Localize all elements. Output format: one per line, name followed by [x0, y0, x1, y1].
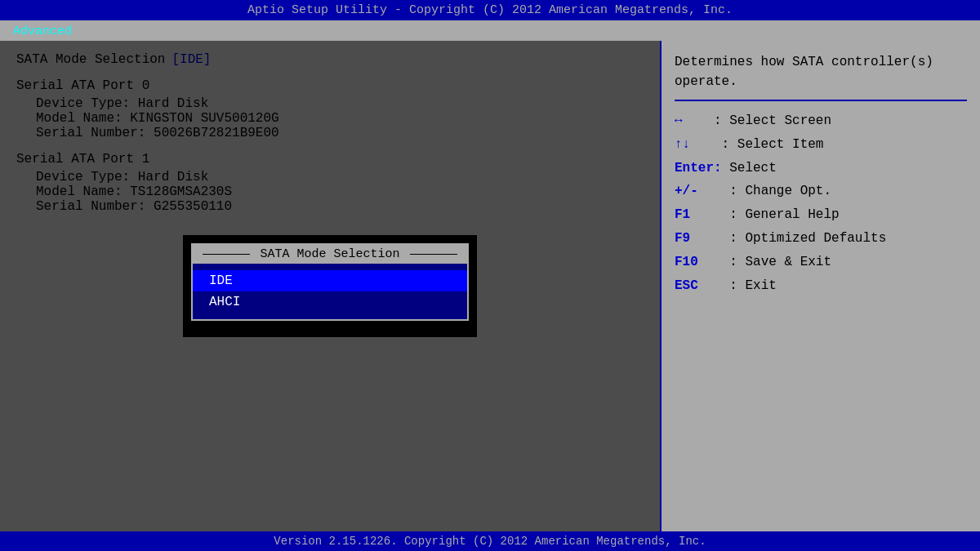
footer: Version 2.15.1226. Copyright (C) 2012 Am… [0, 531, 980, 551]
key-select-item: ↑↓ : Select Item [675, 133, 967, 157]
modal-title-bar: SATA Mode Selection [193, 245, 467, 264]
left-panel: SATA Mode Selection [IDE] Serial ATA Por… [0, 41, 662, 531]
tab-advanced[interactable]: Advanced [0, 22, 85, 41]
main-content: SATA Mode Selection [IDE] Serial ATA Por… [0, 41, 980, 531]
key-change-opt: +/- : Change Opt. [675, 180, 967, 203]
divider [675, 100, 967, 101]
help-text: Determines how SATA controller(s) operat… [675, 52, 967, 91]
sata-mode-modal: SATA Mode Selection IDE AHCI [191, 243, 469, 321]
modal-dash-left [203, 254, 250, 255]
title-bar: Aptio Setup Utility - Copyright (C) 2012… [0, 0, 980, 20]
right-panel: Determines how SATA controller(s) operat… [662, 41, 980, 531]
key-enter: Enter: Select [675, 157, 967, 180]
bios-screen: Aptio Setup Utility - Copyright (C) 2012… [0, 0, 980, 551]
modal-item-ide[interactable]: IDE [193, 270, 467, 291]
modal-item-ahci[interactable]: AHCI [193, 291, 467, 313]
key-f9: F9 : Optimized Defaults [675, 227, 967, 251]
modal-items-list: IDE AHCI [193, 264, 467, 319]
key-f1: F1 : General Help [675, 203, 967, 227]
key-help-list: ↔ : Select Screen ↑↓ : Select Item Enter… [675, 109, 967, 297]
key-esc: ESC : Exit [675, 274, 967, 298]
modal-overlay: SATA Mode Selection IDE AHCI [0, 41, 660, 531]
footer-text: Version 2.15.1226. Copyright (C) 2012 Am… [274, 535, 706, 548]
title-text: Aptio Setup Utility - Copyright (C) 2012… [247, 3, 733, 17]
key-f10: F10 : Save & Exit [675, 251, 967, 274]
modal-dash-right [410, 254, 457, 255]
modal-title-text: SATA Mode Selection [260, 247, 399, 261]
tab-bar: Advanced [0, 20, 980, 41]
key-select-screen: ↔ : Select Screen [675, 109, 967, 133]
